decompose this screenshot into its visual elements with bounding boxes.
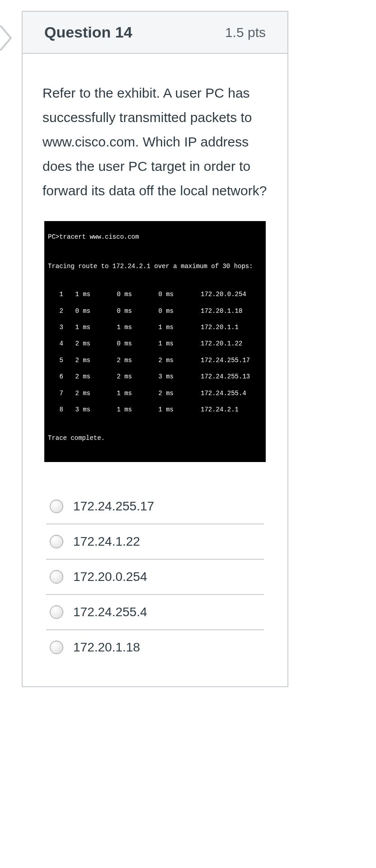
radio-icon[interactable] [50,641,63,654]
terminal-hop-row: 52 ms2 ms2 ms172.24.255.17 [46,356,264,364]
terminal-complete: Trace complete. [46,433,264,443]
chevron-right-icon [0,25,13,51]
terminal-hop-row: 42 ms0 ms1 ms172.20.1.22 [46,340,264,348]
answer-options: 172.24.255.17 172.24.1.22 172.20.0.254 1… [46,489,264,665]
answer-option[interactable]: 172.20.0.254 [46,560,264,595]
terminal-command: PC>tracert www.cisco.com [46,232,264,242]
question-text: Refer to the exhibit. A user PC has succ… [42,81,268,203]
terminal-hop-row: 20 ms0 ms0 ms172.20.1.18 [46,307,264,315]
option-label: 172.24.1.22 [73,534,140,549]
option-label: 172.24.255.17 [73,499,154,514]
question-card: Question 14 1.5 pts Refer to the exhibit… [22,11,288,687]
terminal-hop-row: 11 ms0 ms0 ms172.20.0.254 [46,290,264,298]
radio-icon[interactable] [50,570,63,584]
answer-option[interactable]: 172.24.1.22 [46,524,264,560]
answer-option[interactable]: 172.24.255.4 [46,595,264,630]
radio-icon[interactable] [50,535,63,548]
question-body: Refer to the exhibit. A user PC has succ… [23,54,287,686]
radio-icon[interactable] [50,605,63,619]
radio-icon[interactable] [50,500,63,513]
terminal-hop-row: 31 ms1 ms1 ms172.20.1.1 [46,323,264,331]
question-title: Question 14 [44,24,132,41]
option-label: 172.20.0.254 [73,570,147,584]
terminal-trace-header: Tracing route to 172.24.2.1 over a maxim… [46,261,264,271]
terminal-hop-row: 62 ms2 ms3 ms172.24.255.13 [46,373,264,381]
terminal-hop-row: 83 ms1 ms1 ms172.24.2.1 [46,406,264,414]
question-header: Question 14 1.5 pts [23,12,287,54]
option-label: 172.20.1.18 [73,640,140,655]
question-points: 1.5 pts [225,25,266,40]
terminal-exhibit: PC>tracert www.cisco.com Tracing route t… [44,221,266,462]
answer-option[interactable]: 172.20.1.18 [46,630,264,665]
option-label: 172.24.255.4 [73,605,147,619]
answer-option[interactable]: 172.24.255.17 [46,489,264,524]
terminal-hop-row: 72 ms1 ms2 ms172.24.255.4 [46,389,264,397]
